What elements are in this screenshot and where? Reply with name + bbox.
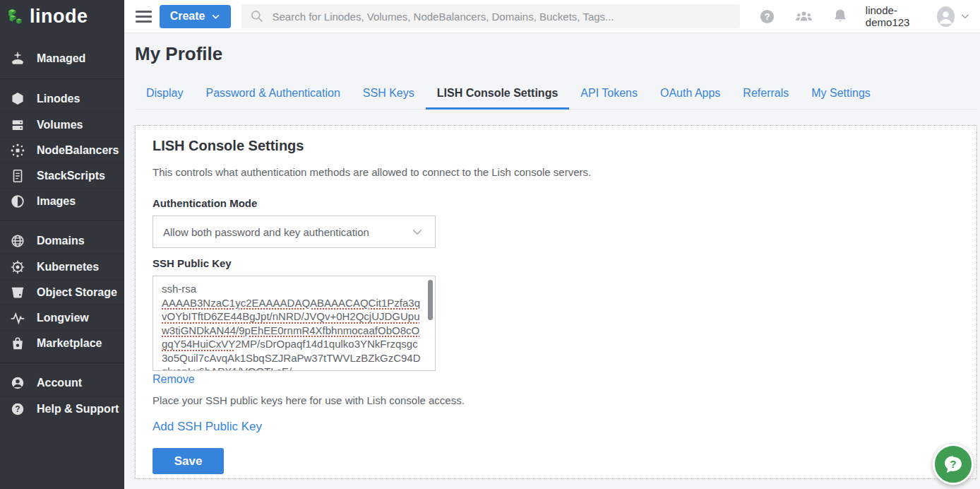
sidebar-item-label: Account — [37, 377, 82, 389]
auth-mode-select[interactable]: Allow both password and key authenticati… — [153, 216, 436, 248]
sidebar-item-label: Marketplace — [37, 337, 102, 350]
sidebar-item-label: Kubernetes — [37, 261, 99, 273]
sidebar-item-label: NodeBalancers — [37, 144, 119, 157]
sidebar-item-label: Longview — [37, 312, 89, 324]
search-bar[interactable] — [241, 4, 739, 28]
linode-logo[interactable]: linode — [0, 0, 124, 33]
chevron-down-icon — [410, 224, 425, 240]
longview-pulse-icon — [9, 310, 26, 326]
topbar-actions: ? linode-demo123 — [740, 4, 970, 28]
create-button[interactable]: Create — [160, 5, 232, 28]
sidebar-item-label: Images — [37, 195, 76, 208]
ssh-key-prefix: ssh-rsa — [162, 282, 423, 296]
tab-my-settings[interactable]: My Settings — [800, 81, 882, 109]
kubernetes-wheel-icon — [9, 259, 26, 276]
sidebar-item-kubernetes[interactable]: Kubernetes — [0, 254, 124, 279]
create-button-label: Create — [170, 10, 205, 23]
tab-display[interactable]: Display — [135, 81, 194, 109]
sidebar-item-label: Volumes — [37, 119, 83, 131]
main-content: My Profile Display Password & Authentica… — [124, 33, 980, 489]
topbar: Create ? linode-demo123 — [124, 0, 980, 33]
account-person-icon — [9, 375, 26, 391]
sidebar-item-managed[interactable]: Managed — [0, 46, 124, 71]
sidebar: linode Managed Linodes — [0, 0, 124, 489]
avatar[interactable] — [937, 6, 955, 27]
object-storage-bucket-icon — [9, 284, 26, 301]
svg-text:?: ? — [15, 404, 20, 414]
sidebar-item-help-support[interactable]: ? Help & Support — [0, 396, 124, 421]
domains-globe-icon — [9, 232, 26, 249]
managed-icon — [9, 50, 26, 67]
tab-lish-console-settings[interactable]: LISH Console Settings — [426, 81, 570, 109]
auth-mode-label: Authentication Mode — [153, 197, 960, 209]
sidebar-group-managed: Managed — [0, 39, 124, 79]
sidebar-item-marketplace[interactable]: Marketplace — [0, 330, 124, 355]
sidebar-item-label: Help & Support — [37, 403, 119, 416]
sidebar-group-compute: Linodes Volumes NodeBalancers — [0, 79, 124, 221]
tab-ssh-keys[interactable]: SSH Keys — [352, 81, 426, 109]
panel-title: LISH Console Settings — [153, 138, 960, 154]
username[interactable]: linode-demo123 — [866, 4, 931, 28]
tab-api-tokens[interactable]: API Tokens — [569, 81, 649, 109]
bell-icon — [832, 8, 848, 25]
brand-name: linode — [30, 6, 88, 28]
save-button[interactable]: Save — [153, 448, 224, 474]
ssh-help-text: Place your SSH public keys here for use … — [153, 394, 960, 406]
images-icon — [9, 193, 26, 210]
auth-mode-selected-value: Allow both password and key authenticati… — [163, 226, 369, 238]
sidebar-item-longview[interactable]: Longview — [0, 305, 124, 330]
sidebar-item-volumes[interactable]: Volumes — [0, 112, 124, 137]
marketplace-bag-icon — [9, 335, 26, 352]
tab-password-authentication[interactable]: Password & Authentication — [194, 81, 351, 109]
textarea-scrollbar[interactable] — [427, 278, 434, 369]
svg-text:?: ? — [950, 458, 956, 470]
sidebar-item-domains[interactable]: Domains — [0, 228, 124, 254]
linode-logo-icon — [6, 8, 23, 25]
menu-hamburger-icon[interactable] — [136, 11, 152, 23]
search-icon — [250, 9, 264, 23]
lish-settings-panel: LISH Console Settings This controls what… — [135, 125, 977, 479]
remove-key-link[interactable]: Remove — [153, 373, 195, 386]
sidebar-nav: Managed Linodes Volumes — [0, 39, 124, 428]
community-button[interactable] — [794, 8, 813, 24]
notifications-button[interactable] — [832, 8, 848, 25]
profile-tabs: Display Password & Authentication SSH Ke… — [135, 81, 977, 110]
help-chat-fab[interactable]: ? — [933, 444, 974, 485]
help-button[interactable]: ? — [759, 8, 775, 25]
scrollbar-thumb[interactable] — [428, 280, 433, 320]
stackscripts-icon — [9, 167, 26, 184]
panel-description: This controls what authentication method… — [153, 166, 960, 178]
sidebar-item-label: Linodes — [37, 93, 80, 105]
svg-text:?: ? — [764, 11, 770, 22]
tab-referrals[interactable]: Referrals — [731, 81, 800, 109]
linode-cube-icon — [9, 90, 26, 107]
sidebar-item-stackscripts[interactable]: StackScripts — [0, 163, 124, 188]
sidebar-item-object-storage[interactable]: Object Storage — [0, 279, 124, 305]
sidebar-item-label: Object Storage — [37, 286, 117, 299]
tab-oauth-apps[interactable]: OAuth Apps — [649, 81, 731, 109]
sidebar-item-nodebalancers[interactable]: NodeBalancers — [0, 137, 124, 163]
sidebar-item-account[interactable]: Account — [0, 370, 124, 396]
sidebar-item-linodes[interactable]: Linodes — [0, 86, 124, 112]
avatar-person-icon — [937, 6, 955, 27]
help-circle-icon: ? — [9, 401, 26, 418]
sidebar-item-label: StackScripts — [37, 170, 105, 182]
sidebar-group-services: Domains Kubernetes Object Storage — [0, 221, 124, 363]
chevron-down-icon — [960, 11, 970, 21]
sidebar-item-images[interactable]: Images — [0, 188, 124, 213]
nodebalancers-icon — [9, 142, 26, 159]
sidebar-group-account: Account ? Help & Support — [0, 363, 124, 428]
volumes-icon — [9, 117, 26, 134]
ssh-public-key-label: SSH Public Key — [153, 257, 960, 269]
sidebar-item-label: Domains — [37, 235, 85, 247]
ssh-public-key-textarea[interactable]: ssh-rsaAAAAB3NzaC1yc2EAAAADAQABAAACAQCit… — [153, 276, 436, 371]
sidebar-item-label: Managed — [37, 52, 85, 65]
search-input[interactable] — [272, 11, 731, 23]
community-people-icon — [794, 8, 813, 24]
speech-bubble-question-icon: ? — [942, 453, 964, 476]
page-title: My Profile — [135, 43, 977, 65]
help-circle-icon: ? — [759, 8, 775, 25]
app-window: linode Managed Linodes — [0, 0, 980, 489]
add-ssh-public-key-link[interactable]: Add SSH Public Key — [153, 420, 262, 434]
account-menu-button[interactable] — [960, 11, 970, 21]
